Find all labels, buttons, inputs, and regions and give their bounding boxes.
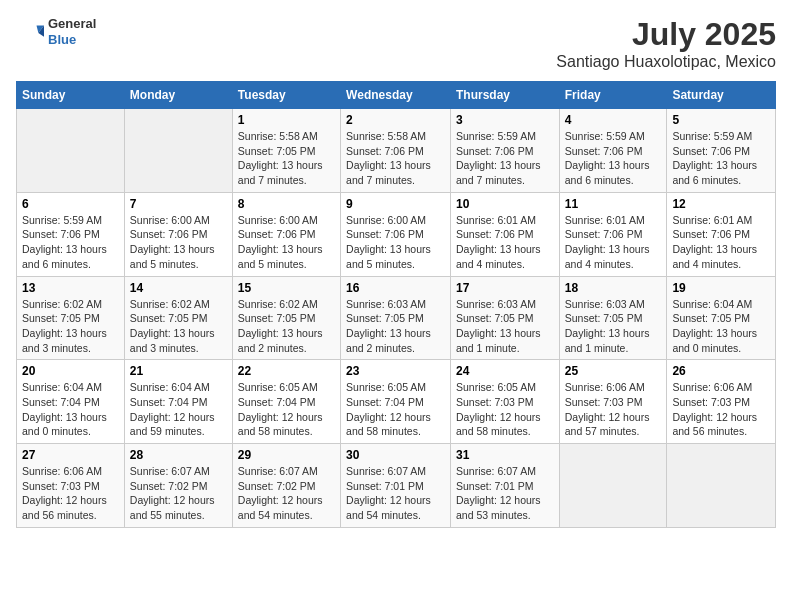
day-number: 3 bbox=[456, 113, 554, 127]
day-info: Sunrise: 6:00 AM Sunset: 7:06 PM Dayligh… bbox=[238, 213, 335, 272]
calendar-day-cell: 20Sunrise: 6:04 AM Sunset: 7:04 PM Dayli… bbox=[17, 360, 125, 444]
calendar-body: 1Sunrise: 5:58 AM Sunset: 7:05 PM Daylig… bbox=[17, 109, 776, 528]
day-info: Sunrise: 5:59 AM Sunset: 7:06 PM Dayligh… bbox=[22, 213, 119, 272]
day-info: Sunrise: 6:03 AM Sunset: 7:05 PM Dayligh… bbox=[456, 297, 554, 356]
calendar-day-cell: 12Sunrise: 6:01 AM Sunset: 7:06 PM Dayli… bbox=[667, 192, 776, 276]
weekday-header: Thursday bbox=[450, 82, 559, 109]
day-number: 16 bbox=[346, 281, 445, 295]
calendar-table: SundayMondayTuesdayWednesdayThursdayFrid… bbox=[16, 81, 776, 528]
weekday-header-row: SundayMondayTuesdayWednesdayThursdayFrid… bbox=[17, 82, 776, 109]
day-number: 7 bbox=[130, 197, 227, 211]
day-info: Sunrise: 6:07 AM Sunset: 7:02 PM Dayligh… bbox=[238, 464, 335, 523]
calendar-day-cell: 25Sunrise: 6:06 AM Sunset: 7:03 PM Dayli… bbox=[559, 360, 667, 444]
calendar-day-cell bbox=[667, 444, 776, 528]
day-number: 22 bbox=[238, 364, 335, 378]
calendar-day-cell: 15Sunrise: 6:02 AM Sunset: 7:05 PM Dayli… bbox=[232, 276, 340, 360]
page-subtitle: Santiago Huaxolotipac, Mexico bbox=[556, 53, 776, 71]
calendar-day-cell: 21Sunrise: 6:04 AM Sunset: 7:04 PM Dayli… bbox=[124, 360, 232, 444]
day-info: Sunrise: 6:05 AM Sunset: 7:03 PM Dayligh… bbox=[456, 380, 554, 439]
day-number: 1 bbox=[238, 113, 335, 127]
calendar-day-cell: 27Sunrise: 6:06 AM Sunset: 7:03 PM Dayli… bbox=[17, 444, 125, 528]
day-info: Sunrise: 6:00 AM Sunset: 7:06 PM Dayligh… bbox=[130, 213, 227, 272]
day-number: 28 bbox=[130, 448, 227, 462]
logo-icon bbox=[16, 18, 44, 46]
day-info: Sunrise: 6:04 AM Sunset: 7:04 PM Dayligh… bbox=[22, 380, 119, 439]
day-number: 23 bbox=[346, 364, 445, 378]
day-info: Sunrise: 5:59 AM Sunset: 7:06 PM Dayligh… bbox=[565, 129, 662, 188]
day-number: 12 bbox=[672, 197, 770, 211]
day-number: 19 bbox=[672, 281, 770, 295]
calendar-week-row: 20Sunrise: 6:04 AM Sunset: 7:04 PM Dayli… bbox=[17, 360, 776, 444]
day-info: Sunrise: 6:04 AM Sunset: 7:04 PM Dayligh… bbox=[130, 380, 227, 439]
day-info: Sunrise: 6:02 AM Sunset: 7:05 PM Dayligh… bbox=[130, 297, 227, 356]
calendar-day-cell: 4Sunrise: 5:59 AM Sunset: 7:06 PM Daylig… bbox=[559, 109, 667, 193]
calendar-day-cell: 19Sunrise: 6:04 AM Sunset: 7:05 PM Dayli… bbox=[667, 276, 776, 360]
day-number: 13 bbox=[22, 281, 119, 295]
day-number: 14 bbox=[130, 281, 227, 295]
calendar-day-cell: 28Sunrise: 6:07 AM Sunset: 7:02 PM Dayli… bbox=[124, 444, 232, 528]
day-number: 18 bbox=[565, 281, 662, 295]
weekday-header: Friday bbox=[559, 82, 667, 109]
calendar-day-cell bbox=[559, 444, 667, 528]
day-info: Sunrise: 6:05 AM Sunset: 7:04 PM Dayligh… bbox=[238, 380, 335, 439]
day-info: Sunrise: 6:03 AM Sunset: 7:05 PM Dayligh… bbox=[346, 297, 445, 356]
weekday-header: Monday bbox=[124, 82, 232, 109]
day-number: 24 bbox=[456, 364, 554, 378]
day-number: 26 bbox=[672, 364, 770, 378]
day-number: 20 bbox=[22, 364, 119, 378]
calendar-day-cell: 29Sunrise: 6:07 AM Sunset: 7:02 PM Dayli… bbox=[232, 444, 340, 528]
day-info: Sunrise: 6:07 AM Sunset: 7:01 PM Dayligh… bbox=[456, 464, 554, 523]
day-info: Sunrise: 6:03 AM Sunset: 7:05 PM Dayligh… bbox=[565, 297, 662, 356]
day-number: 17 bbox=[456, 281, 554, 295]
calendar-day-cell bbox=[124, 109, 232, 193]
calendar-day-cell: 5Sunrise: 5:59 AM Sunset: 7:06 PM Daylig… bbox=[667, 109, 776, 193]
day-number: 25 bbox=[565, 364, 662, 378]
day-number: 30 bbox=[346, 448, 445, 462]
day-number: 27 bbox=[22, 448, 119, 462]
day-number: 29 bbox=[238, 448, 335, 462]
weekday-header: Tuesday bbox=[232, 82, 340, 109]
day-info: Sunrise: 5:59 AM Sunset: 7:06 PM Dayligh… bbox=[672, 129, 770, 188]
logo: General Blue bbox=[16, 16, 96, 47]
day-info: Sunrise: 6:06 AM Sunset: 7:03 PM Dayligh… bbox=[565, 380, 662, 439]
logo-text: General Blue bbox=[48, 16, 96, 47]
day-info: Sunrise: 5:59 AM Sunset: 7:06 PM Dayligh… bbox=[456, 129, 554, 188]
logo-line1: General bbox=[48, 16, 96, 32]
calendar-day-cell: 26Sunrise: 6:06 AM Sunset: 7:03 PM Dayli… bbox=[667, 360, 776, 444]
day-number: 8 bbox=[238, 197, 335, 211]
weekday-header: Wednesday bbox=[341, 82, 451, 109]
weekday-header: Saturday bbox=[667, 82, 776, 109]
day-number: 4 bbox=[565, 113, 662, 127]
day-info: Sunrise: 5:58 AM Sunset: 7:06 PM Dayligh… bbox=[346, 129, 445, 188]
calendar-day-cell: 14Sunrise: 6:02 AM Sunset: 7:05 PM Dayli… bbox=[124, 276, 232, 360]
calendar-week-row: 1Sunrise: 5:58 AM Sunset: 7:05 PM Daylig… bbox=[17, 109, 776, 193]
calendar-day-cell: 24Sunrise: 6:05 AM Sunset: 7:03 PM Dayli… bbox=[450, 360, 559, 444]
day-info: Sunrise: 6:02 AM Sunset: 7:05 PM Dayligh… bbox=[238, 297, 335, 356]
calendar-day-cell: 3Sunrise: 5:59 AM Sunset: 7:06 PM Daylig… bbox=[450, 109, 559, 193]
day-info: Sunrise: 6:01 AM Sunset: 7:06 PM Dayligh… bbox=[565, 213, 662, 272]
calendar-day-cell: 31Sunrise: 6:07 AM Sunset: 7:01 PM Dayli… bbox=[450, 444, 559, 528]
day-number: 5 bbox=[672, 113, 770, 127]
calendar-day-cell: 22Sunrise: 6:05 AM Sunset: 7:04 PM Dayli… bbox=[232, 360, 340, 444]
calendar-week-row: 27Sunrise: 6:06 AM Sunset: 7:03 PM Dayli… bbox=[17, 444, 776, 528]
logo-line2: Blue bbox=[48, 32, 96, 48]
day-info: Sunrise: 6:06 AM Sunset: 7:03 PM Dayligh… bbox=[22, 464, 119, 523]
title-block: July 2025 Santiago Huaxolotipac, Mexico bbox=[556, 16, 776, 71]
day-number: 21 bbox=[130, 364, 227, 378]
day-info: Sunrise: 6:07 AM Sunset: 7:02 PM Dayligh… bbox=[130, 464, 227, 523]
calendar-week-row: 6Sunrise: 5:59 AM Sunset: 7:06 PM Daylig… bbox=[17, 192, 776, 276]
day-number: 9 bbox=[346, 197, 445, 211]
day-number: 15 bbox=[238, 281, 335, 295]
calendar-day-cell: 23Sunrise: 6:05 AM Sunset: 7:04 PM Dayli… bbox=[341, 360, 451, 444]
calendar-day-cell: 2Sunrise: 5:58 AM Sunset: 7:06 PM Daylig… bbox=[341, 109, 451, 193]
calendar-day-cell: 9Sunrise: 6:00 AM Sunset: 7:06 PM Daylig… bbox=[341, 192, 451, 276]
calendar-day-cell: 18Sunrise: 6:03 AM Sunset: 7:05 PM Dayli… bbox=[559, 276, 667, 360]
day-info: Sunrise: 6:06 AM Sunset: 7:03 PM Dayligh… bbox=[672, 380, 770, 439]
day-number: 6 bbox=[22, 197, 119, 211]
day-info: Sunrise: 6:01 AM Sunset: 7:06 PM Dayligh… bbox=[672, 213, 770, 272]
day-info: Sunrise: 6:05 AM Sunset: 7:04 PM Dayligh… bbox=[346, 380, 445, 439]
calendar-week-row: 13Sunrise: 6:02 AM Sunset: 7:05 PM Dayli… bbox=[17, 276, 776, 360]
day-info: Sunrise: 6:04 AM Sunset: 7:05 PM Dayligh… bbox=[672, 297, 770, 356]
calendar-day-cell: 30Sunrise: 6:07 AM Sunset: 7:01 PM Dayli… bbox=[341, 444, 451, 528]
page-header: General Blue July 2025 Santiago Huaxolot… bbox=[16, 16, 776, 71]
